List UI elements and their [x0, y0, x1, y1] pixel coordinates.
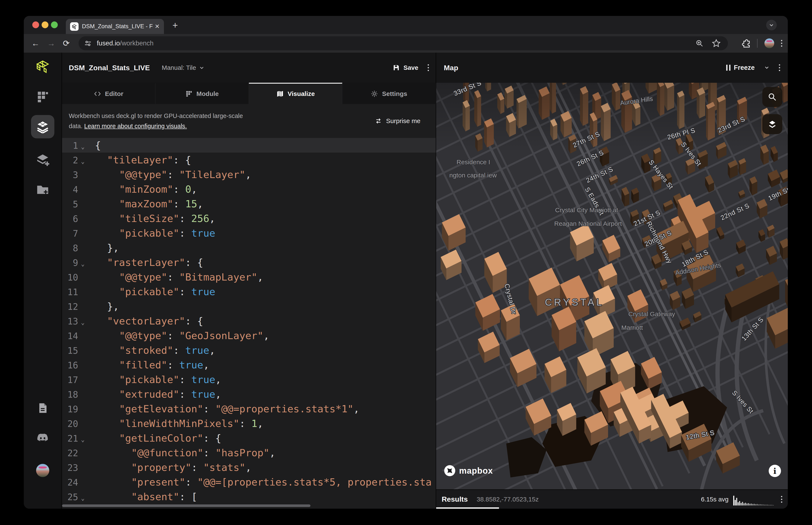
mapbox-logo-icon: [444, 465, 456, 477]
line-number: 15: [62, 343, 78, 358]
code-line[interactable]: 3"@@type": "TileLayer",: [62, 167, 436, 182]
line-number: 24: [62, 475, 78, 490]
fold-toggle-icon[interactable]: ⌄: [78, 154, 88, 169]
code-line[interactable]: 18"extruded": true,: [62, 387, 436, 402]
tab-close-icon[interactable]: ✕: [155, 23, 160, 30]
code-line[interactable]: 2⌄"tileLayer": {: [62, 153, 436, 167]
configure-visuals-link[interactable]: Learn more about configuring visuals.: [84, 123, 187, 130]
map-panel: Map Freeze 33r: [436, 52, 788, 509]
code-line[interactable]: 5"maxZoom": 15,: [62, 196, 436, 211]
line-number: 14: [62, 329, 78, 343]
map-search-button[interactable]: [762, 87, 782, 107]
line-number: 12: [62, 299, 78, 314]
tab-module[interactable]: Module: [156, 83, 249, 104]
code-line[interactable]: 6"tileSize": 256,: [62, 211, 436, 226]
site-settings-icon[interactable]: [84, 40, 92, 47]
code-line[interactable]: 22"@@function": "hasProp",: [62, 446, 436, 460]
results-tab[interactable]: Results: [442, 495, 468, 504]
code-line[interactable]: 16"filled": true,: [62, 358, 436, 372]
fold-toggle-icon[interactable]: ⌄: [78, 491, 88, 506]
search-icon: [768, 92, 777, 102]
code-line[interactable]: 4"minZoom": 0,: [62, 182, 436, 196]
browser-tab[interactable]: DSM_Zonal_Stats_LIVE - Fus ✕: [66, 19, 164, 34]
visual-config-editor[interactable]: 1⌄{2⌄"tileLayer": {3"@@type": "TileLayer…: [62, 138, 436, 509]
traffic-zoom-button[interactable]: [51, 21, 58, 28]
fold-toggle-icon[interactable]: ⌄: [78, 315, 88, 330]
line-number: 9: [62, 255, 78, 270]
traffic-minimize-button[interactable]: [42, 21, 48, 28]
sidebar-item-add-folder[interactable]: [31, 183, 54, 196]
code-line[interactable]: 11"pickable": true: [62, 284, 436, 299]
tab-visualize[interactable]: Visualize: [249, 83, 342, 104]
save-button[interactable]: Save: [393, 64, 418, 72]
mapbox-attribution[interactable]: mapbox: [444, 465, 493, 477]
fold-toggle-icon[interactable]: ⌄: [78, 257, 88, 271]
browser-tabstrip: DSM_Zonal_Stats_LIVE - Fus ✕ +: [24, 16, 788, 34]
poi-label: Residence I: [457, 159, 490, 166]
map-menu-icon[interactable]: [779, 64, 780, 71]
surprise-me-button[interactable]: Surprise me: [374, 117, 429, 125]
profile-avatar[interactable]: [765, 39, 774, 48]
fold-toggle-icon[interactable]: ⌄: [78, 432, 88, 447]
line-number: 18: [62, 387, 78, 402]
forward-button[interactable]: →: [47, 39, 55, 48]
tab-editor[interactable]: Editor: [62, 83, 156, 104]
udf-menu-icon[interactable]: [428, 64, 429, 71]
code-line[interactable]: 7"pickable": true: [62, 226, 436, 240]
code-line[interactable]: 24"present": "@@=[properties.stats*5, pr…: [62, 475, 436, 489]
browser-toolbar: ← → ⟳ fused.io/workbench: [24, 34, 788, 52]
code-line[interactable]: 1⌄{: [62, 138, 436, 153]
code-line[interactable]: 21⌄"getLineColor": {: [62, 431, 436, 446]
map-layers-button[interactable]: [762, 114, 782, 134]
gear-icon: [371, 90, 378, 97]
sidebar-item-layers-active[interactable]: [31, 115, 54, 138]
map-canvas[interactable]: 33rd St S26th Pl S27th St S26th St S24th…: [436, 83, 788, 489]
line-number: 23: [62, 461, 78, 475]
code-line[interactable]: 12},: [62, 299, 436, 314]
code-line[interactable]: 9⌄"rasterLayer": {: [62, 255, 436, 270]
browser-menu-icon[interactable]: [781, 40, 782, 47]
poi-label: Reagan National Airport: [554, 220, 622, 227]
url-bar[interactable]: fused.io/workbench: [78, 36, 728, 50]
code-line[interactable]: 19"getElevation": "@@=properties.stats*1…: [62, 402, 436, 416]
code-line[interactable]: 20"lineWidthMinPixels": 1,: [62, 416, 436, 431]
code-line[interactable]: 10"@@type": "BitmapLayer",: [62, 270, 436, 284]
back-button[interactable]: ←: [31, 39, 40, 48]
code-line[interactable]: 8},: [62, 240, 436, 255]
sidebar-item-discord[interactable]: [31, 433, 54, 444]
line-number: 8: [62, 241, 78, 255]
sidebar-avatar[interactable]: [31, 464, 54, 477]
line-number: 21: [62, 431, 78, 446]
fused-favicon: [70, 22, 78, 31]
map-title: Map: [444, 64, 458, 72]
results-menu-icon[interactable]: [781, 496, 782, 503]
poi-label: Crystal City Marriott at: [555, 207, 618, 213]
line-number: 13: [62, 314, 78, 329]
code-line[interactable]: 13⌄"vectorLayer": {: [62, 314, 436, 328]
sidebar-item-docs[interactable]: [31, 402, 54, 414]
code-line[interactable]: 17"pickable": true,: [62, 372, 436, 387]
extensions-icon[interactable]: [741, 39, 750, 48]
editor-horizontal-scrollbar[interactable]: [62, 505, 310, 507]
tab-settings[interactable]: Settings: [342, 83, 436, 104]
map-viewport[interactable]: 33rd St S26th Pl S27th St S26th St S24th…: [436, 83, 788, 489]
new-tab-button[interactable]: +: [173, 20, 178, 30]
tab-search-button[interactable]: [766, 20, 777, 30]
fused-logo[interactable]: [31, 59, 54, 75]
code-line[interactable]: 14"@@type": "GeoJsonLayer",: [62, 328, 436, 343]
freeze-button[interactable]: Freeze: [726, 64, 755, 72]
fold-toggle-icon[interactable]: ⌄: [78, 139, 88, 154]
sidebar-item-add-layer[interactable]: [31, 153, 54, 166]
mode-dropdown[interactable]: Manual: Tile: [162, 64, 205, 71]
traffic-close-button[interactable]: [32, 21, 39, 28]
code-line[interactable]: 25⌄"absent": [: [62, 489, 436, 504]
sidebar-item-udfs[interactable]: [31, 90, 54, 103]
code-line[interactable]: 15"stroked": true,: [62, 343, 436, 358]
map-chevron-down-icon[interactable]: [764, 64, 770, 71]
reload-button[interactable]: ⟳: [63, 39, 70, 48]
bookmark-star-icon[interactable]: [712, 39, 721, 48]
zoom-page-icon[interactable]: [695, 39, 704, 47]
screen: DSM_Zonal_Stats_LIVE - Fus ✕ + ← → ⟳ fus…: [0, 0, 812, 525]
code-line[interactable]: 23"property": "stats",: [62, 460, 436, 475]
map-info-button[interactable]: i: [769, 465, 781, 477]
